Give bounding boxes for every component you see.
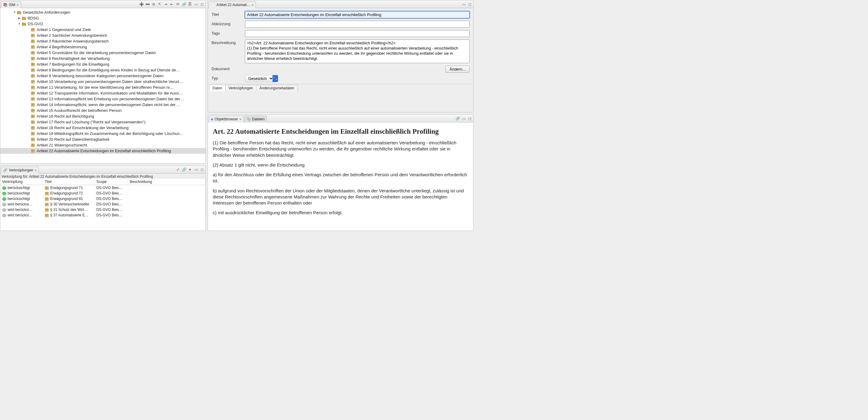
sync-icon[interactable]: 🔗 <box>181 167 187 172</box>
beschr-textarea[interactable]: <h2>Art. 22 Automatisierte Entscheidunge… <box>245 39 469 63</box>
tree-row[interactable]: Artikel 2 Sachlicher Anwendungsbereich <box>0 32 206 38</box>
collapse-icon[interactable]: ↸ <box>157 2 162 7</box>
editor-tab[interactable]: 📄 Artikel 22 Automati… ✕ <box>209 1 256 8</box>
tree-row[interactable]: Artikel 22 Automatisierte Entscheidungen… <box>0 148 206 154</box>
tree-row[interactable]: Artikel 14 Informationspflicht, wenn die… <box>0 102 206 108</box>
minimize-icon[interactable]: ▭ <box>461 2 466 7</box>
delete-icon[interactable]: ➖ <box>145 2 150 7</box>
table-row[interactable]: wird berücksi… § 30 Verbraucherkredite D… <box>0 201 206 207</box>
minimize-icon[interactable]: ▭ <box>193 2 199 7</box>
tree-row[interactable]: Artikel 3 Räumlicher Anwendungsbereich <box>0 38 206 44</box>
cell-rel: wird berücksi… <box>8 202 32 206</box>
svg-rect-109 <box>45 215 48 215</box>
svg-rect-94 <box>45 193 48 194</box>
table-row[interactable]: berücksichtigt Erwägungsgrund 91 DS-GVO … <box>0 196 206 201</box>
cell-desc <box>128 191 206 196</box>
export-icon[interactable]: ⇤ <box>169 2 175 7</box>
node-icon <box>31 143 35 147</box>
verkn-table[interactable]: VerknüpfungTitelScopeBeschreibung berück… <box>0 179 206 218</box>
doc-para: (2) Absatz 1 gilt nicht, wenn die Entsch… <box>213 162 468 168</box>
tree-row[interactable]: Artikel 13 Informationspflicht bei Erheb… <box>0 96 206 102</box>
close-icon[interactable]: ✕ <box>17 3 19 7</box>
maximize-icon[interactable]: ◻ <box>199 167 205 172</box>
col-header[interactable]: Verknüpfung <box>0 179 43 185</box>
dateien-tab[interactable]: 📎 Dateien <box>244 115 267 122</box>
table-row[interactable]: wird berücksi… § 31 Schutz des Wirt… DS-… <box>0 207 206 213</box>
node-icon <box>31 126 35 130</box>
verkn-tab[interactable]: 🔗 Verknüpfungen ✕ <box>1 167 39 173</box>
tree-row[interactable]: Artikel 7 Bedingungen für die Einwilligu… <box>0 61 206 67</box>
tree-row[interactable]: Artikel 12 Transparente Information, Kom… <box>0 90 206 96</box>
expand-icon[interactable]: ⤢ <box>175 167 181 172</box>
svg-rect-89 <box>45 187 48 188</box>
tree-row[interactable]: Artikel 20 Recht auf Datenübertragbarkei… <box>0 136 206 142</box>
sync-icon[interactable]: 🔗 <box>455 116 460 121</box>
twisty-icon[interactable]: ▼ <box>12 11 17 14</box>
close-icon[interactable]: ✕ <box>252 3 254 7</box>
svg-rect-53 <box>32 104 34 104</box>
tree-row[interactable]: ▼ DS-GVO <box>0 21 206 27</box>
svg-rect-86 <box>32 151 34 151</box>
import-icon[interactable]: ⇥ <box>163 2 168 7</box>
cell-title: Erwägungsgrund 72 <box>51 191 83 195</box>
label-titel: Titel <box>212 11 242 17</box>
doc-para: b) aufgrund von Rechtsvorschriften der U… <box>213 188 468 206</box>
relation-icon <box>2 208 6 212</box>
link-icon[interactable]: 🔗 <box>181 2 187 7</box>
tree-row[interactable]: ▶ BDSG <box>0 15 206 21</box>
tree-row[interactable]: Artikel 8 Bedingungen für die Einwilligu… <box>0 67 206 73</box>
ism-tab[interactable]: 📚 ISM ✕ <box>1 1 21 8</box>
tree-row[interactable]: Artikel 5 Grundsätze für die Verarbeitun… <box>0 50 206 56</box>
tree-row[interactable]: Artikel 19 Mitteilungspflicht im Zusamme… <box>0 131 206 136</box>
tree-row[interactable]: Artikel 10 Verarbeitung von personenbezo… <box>0 79 206 84</box>
close-icon[interactable]: ✕ <box>239 117 241 121</box>
copy-icon[interactable]: ⧉ <box>151 2 156 7</box>
editor-subtab[interactable]: Änderungsmetadaten <box>256 85 298 91</box>
tree-row[interactable]: Artikel 9 Verarbeitung besonderer Katego… <box>0 73 206 79</box>
editor-subtab[interactable]: Verknüpfungen <box>225 85 256 91</box>
tree-row[interactable]: Artikel 4 Begriffsbestimmung <box>0 44 206 50</box>
tree-row[interactable]: Artikel 18 Recht auf Einschränkung der V… <box>0 125 206 131</box>
tree-row[interactable]: Artikel 21 Widerspruchsrecht <box>0 142 206 148</box>
node-label: DS-GVO <box>28 22 43 26</box>
minimize-icon[interactable]: ▭ <box>193 167 199 172</box>
tags-input[interactable] <box>245 30 469 37</box>
tree-row[interactable]: Artikel 15 Auskunftsrecht der betroffene… <box>0 108 206 113</box>
tree-row[interactable]: ▼ Gesetzliche Anforderungen <box>0 9 206 15</box>
table-row[interactable]: berücksichtigt Erwägungsgrund 72 DS-GVO … <box>0 191 206 196</box>
svg-rect-46 <box>32 93 34 93</box>
tree-row[interactable]: Artikel 11 Verarbeitung, für die eine Id… <box>0 84 206 90</box>
svg-rect-21 <box>32 58 34 58</box>
tree-row[interactable]: Artikel 1 Gegenstand und Ziele <box>0 27 206 32</box>
table-row[interactable]: wird berücksi… § 37 Automatisierte E… DS… <box>0 213 206 218</box>
twisty-icon[interactable]: ▶ <box>17 17 22 20</box>
menu-icon[interactable]: ▾ <box>187 167 193 172</box>
twisty-icon[interactable]: ▼ <box>17 22 22 26</box>
col-header[interactable]: Scope <box>94 179 128 185</box>
typ-select[interactable]: Gesetzlich <box>245 75 274 82</box>
editor-subtab[interactable]: Daten <box>209 85 225 91</box>
refresh-icon[interactable]: ⟳ <box>175 2 181 7</box>
tree-row[interactable]: Artikel 6 Rechtmäßigkeit der Verarbeitun… <box>0 56 206 61</box>
svg-rect-85 <box>32 150 34 150</box>
titel-input[interactable] <box>245 11 469 18</box>
doc-icon <box>45 197 49 201</box>
tree-icon[interactable]: 🗄 <box>187 2 193 7</box>
col-header[interactable]: Beschreibung <box>128 179 206 185</box>
ism-tree[interactable]: ▼ Gesetzliche Anforderungen ▶ BDSG ▼ DS-… <box>0 8 206 155</box>
abk-input[interactable] <box>245 21 469 28</box>
maximize-icon[interactable]: ◻ <box>199 2 205 7</box>
minimize-icon[interactable]: ▭ <box>461 116 466 121</box>
close-icon[interactable]: ✕ <box>35 168 37 172</box>
tree-row[interactable]: Artikel 17 Recht auf Löschung ("Recht au… <box>0 119 206 125</box>
objektbrowser-tab[interactable]: ◈ Objektbrowser ✕ <box>209 115 244 122</box>
col-header[interactable]: Titel <box>43 179 94 185</box>
cell-title: § 37 Automatisierte E… <box>51 213 89 217</box>
maximize-icon[interactable]: ◻ <box>467 2 472 7</box>
verkn-tabbar: 🔗 Verknüpfungen ✕ ⤢ 🔗 ▾ ▭ ◻ <box>0 166 206 173</box>
tree-row[interactable]: Artikel 16 Recht auf Berichtigung <box>0 113 206 119</box>
aendern-button[interactable]: Ändern... <box>445 66 469 73</box>
maximize-icon[interactable]: ◻ <box>467 116 472 121</box>
new-icon[interactable]: ➕ <box>139 2 144 7</box>
table-row[interactable]: berücksichtigt Erwägungsgrund 71 DS-GVO … <box>0 185 206 191</box>
